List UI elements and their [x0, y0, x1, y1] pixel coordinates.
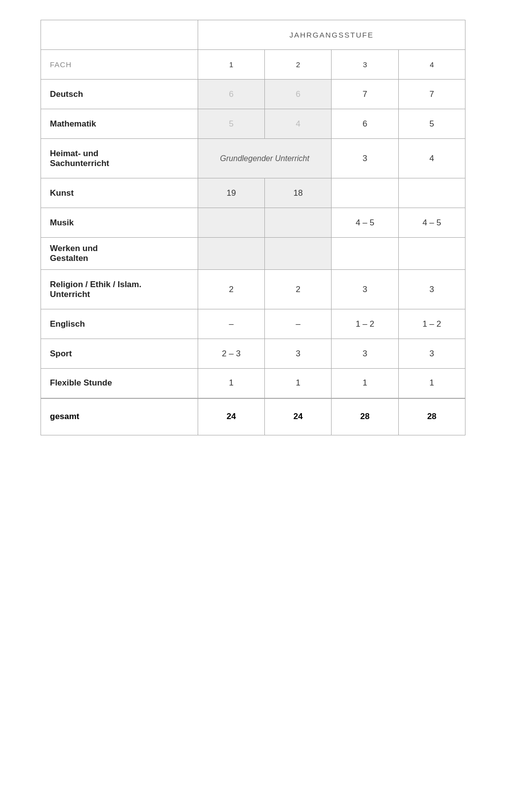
value-cell: 6: [332, 109, 398, 139]
fach-cell: Werken undGestalten: [41, 238, 198, 270]
value-cell: [265, 238, 332, 270]
fach-empty-header: [41, 20, 198, 50]
value-cell: 1: [398, 369, 465, 398]
gesamt-value-cell: 24: [198, 398, 264, 435]
value-cell: 1 – 2: [398, 309, 465, 339]
col-header-1: 1: [198, 50, 264, 80]
value-cell: –: [198, 309, 264, 339]
fach-cell: Kunst: [41, 178, 198, 208]
gesamt-value-cell: 28: [332, 398, 398, 435]
table-row: Deutsch6677: [41, 80, 465, 109]
table-row: Sport2 – 3333: [41, 339, 465, 369]
col-header-4: 4: [398, 50, 465, 80]
table-row: Religion / Ethik / Islam.Unterricht2233: [41, 270, 465, 309]
value-cell: 7: [332, 80, 398, 109]
value-cell: 2: [198, 270, 264, 309]
value-cell: 2: [265, 270, 332, 309]
value-cell: 7: [398, 80, 465, 109]
fach-cell: Sport: [41, 339, 198, 369]
fach-cell: Musik: [41, 208, 198, 238]
gesamt-value-cell: 28: [398, 398, 465, 435]
value-cell: 4 – 5: [398, 208, 465, 238]
value-cell: [332, 238, 398, 270]
value-cell: 3: [398, 339, 465, 369]
value-cell: 3: [265, 339, 332, 369]
fach-cell: Englisch: [41, 309, 198, 339]
value-cell: 5: [198, 109, 264, 139]
value-cell: 5: [398, 109, 465, 139]
fach-cell: Religion / Ethik / Islam.Unterricht: [41, 270, 198, 309]
value-cell: 3: [332, 139, 398, 178]
gesamt-label: gesamt: [41, 398, 198, 435]
value-cell: 3: [398, 270, 465, 309]
header-top-row: JAHRGANGSSTUFE: [41, 20, 465, 50]
jahrgangsstufe-header: JAHRGANGSSTUFE: [198, 20, 465, 50]
table-container: JAHRGANGSSTUFE FACH 1 2 3 4: [41, 20, 465, 435]
value-cell: 18: [265, 178, 332, 208]
gesamt-value-cell: 24: [265, 398, 332, 435]
value-cell: [398, 238, 465, 270]
value-cell: [398, 178, 465, 208]
value-cell: 3: [332, 339, 398, 369]
table-row: Musik4 – 54 – 5: [41, 208, 465, 238]
value-cell: 3: [332, 270, 398, 309]
table-row: Heimat- undSachunterrichtGrundlegender U…: [41, 139, 465, 178]
value-cell: [265, 208, 332, 238]
value-cell: 19: [198, 178, 264, 208]
value-cell: 6: [265, 80, 332, 109]
value-cell: 1: [198, 369, 264, 398]
table-row: Werken undGestalten: [41, 238, 465, 270]
table-row: Mathematik5465: [41, 109, 465, 139]
value-cell: 1: [265, 369, 332, 398]
value-cell: 4: [398, 139, 465, 178]
value-cell: [198, 208, 264, 238]
table-row: Englisch––1 – 21 – 2: [41, 309, 465, 339]
fach-cell: Deutsch: [41, 80, 198, 109]
value-cell: [198, 238, 264, 270]
col-header-3: 3: [332, 50, 398, 80]
value-cell: [332, 178, 398, 208]
subheader-row: FACH 1 2 3 4: [41, 50, 465, 80]
value-cell: –: [265, 309, 332, 339]
value-cell: 4 – 5: [332, 208, 398, 238]
fach-cell: Mathematik: [41, 109, 198, 139]
jahrgangsstufe-label: JAHRGANGSSTUFE: [290, 31, 374, 39]
gesamt-row: gesamt24242828: [41, 398, 465, 435]
col-header-2: 2: [265, 50, 332, 80]
fach-subheader: FACH: [41, 50, 198, 80]
value-cell: 1: [332, 369, 398, 398]
fach-cell: Flexible Stunde: [41, 369, 198, 398]
table-row: Flexible Stunde1111: [41, 369, 465, 398]
schedule-table: JAHRGANGSSTUFE FACH 1 2 3 4: [41, 20, 465, 435]
value-cell: 6: [198, 80, 264, 109]
fach-cell: Heimat- undSachunterricht: [41, 139, 198, 178]
value-cell: 1 – 2: [332, 309, 398, 339]
grundlegender-cell: Grundlegender Unterricht: [198, 139, 332, 178]
value-cell: 4: [265, 109, 332, 139]
table-row: Kunst1918: [41, 178, 465, 208]
value-cell: 2 – 3: [198, 339, 264, 369]
